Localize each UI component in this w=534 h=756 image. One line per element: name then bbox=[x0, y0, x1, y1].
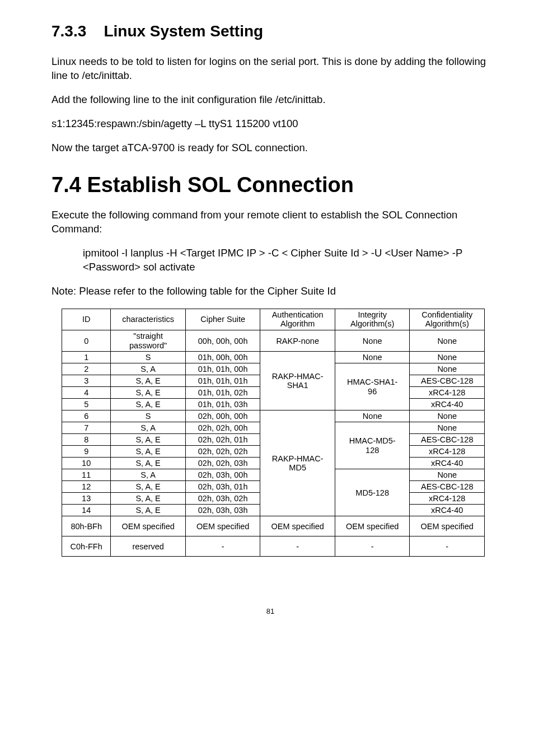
cell: None bbox=[410, 363, 485, 375]
cell: 02h, 03h, 03h bbox=[185, 505, 260, 516]
section-heading-74: 7.4 Establish SOL Connection bbox=[51, 173, 489, 197]
cell-int-hmac-md5: HMAC-MD5-128 bbox=[335, 422, 410, 469]
cell: OEM specified bbox=[335, 516, 410, 536]
cell: xRC4-128 bbox=[410, 446, 485, 458]
command-line: ipmitool -I lanplus -H <Target IPMC IP >… bbox=[51, 246, 489, 274]
cell: xRC4-40 bbox=[410, 505, 485, 516]
paragraph: Now the target aTCA-9700 is ready for SO… bbox=[51, 141, 489, 155]
cell: S bbox=[111, 410, 186, 422]
cell: S, A, E bbox=[111, 481, 186, 493]
table-header-row: ID characteristics Cipher Suite Authenti… bbox=[62, 309, 485, 330]
cell: 2 bbox=[62, 363, 111, 375]
cell: 13 bbox=[62, 493, 111, 505]
paragraph: Add the following line to the init confi… bbox=[51, 93, 489, 107]
cell: 00h, 00h, 00h bbox=[185, 330, 260, 352]
cell: AES-CBC-128 bbox=[410, 375, 485, 387]
cell: 02h, 02h, 02h bbox=[185, 446, 260, 458]
col-char: characteristics bbox=[111, 309, 186, 330]
cell-auth-rakp-md5: RAKP-HMAC-MD5 bbox=[260, 410, 335, 516]
cell: 12 bbox=[62, 481, 111, 493]
cell: S, A bbox=[111, 422, 186, 434]
table-row: 0 "straightpassword" 00h, 00h, 00h RAKP-… bbox=[62, 330, 485, 352]
note-paragraph: Note: Please refer to the following tabl… bbox=[51, 284, 489, 298]
cell: 11 bbox=[62, 469, 111, 481]
cell: OEM specified bbox=[111, 516, 186, 536]
cell: C0h-FFh bbox=[62, 536, 111, 557]
cell: OEM specified bbox=[185, 516, 260, 536]
cell: 9 bbox=[62, 446, 111, 458]
cell: OEM specified bbox=[260, 516, 335, 536]
cell: 02h, 03h, 02h bbox=[185, 493, 260, 505]
cell: S, A, E bbox=[111, 458, 186, 469]
cell: 80h-BFh bbox=[62, 516, 111, 536]
cell: 7 bbox=[62, 422, 111, 434]
cell: 02h, 03h, 01h bbox=[185, 481, 260, 493]
cell: None bbox=[335, 352, 410, 363]
cell: 10 bbox=[62, 458, 111, 469]
cell: S, A, E bbox=[111, 399, 186, 410]
cell: 02h, 02h, 00h bbox=[185, 422, 260, 434]
cell: S, A, E bbox=[111, 375, 186, 387]
col-auth: AuthenticationAlgorithm bbox=[260, 309, 335, 330]
cell: S, A, E bbox=[111, 434, 186, 446]
cell: 3 bbox=[62, 375, 111, 387]
cell: 0 bbox=[62, 330, 111, 352]
paragraph: Linux needs to be told to listen for log… bbox=[51, 55, 489, 83]
cell: "straightpassword" bbox=[111, 330, 186, 352]
section-title: Linux System Setting bbox=[104, 22, 263, 40]
cell: None bbox=[410, 330, 485, 352]
cell: S, A, E bbox=[111, 387, 186, 399]
cell: 01h, 01h, 02h bbox=[185, 387, 260, 399]
section-number: 7.3.3 bbox=[51, 22, 86, 40]
cell: 6 bbox=[62, 410, 111, 422]
cell-auth-rakp-sha1: RAKP-HMAC-SHA1 bbox=[260, 352, 335, 410]
table-row: C0h-FFh reserved - - - - bbox=[62, 536, 485, 557]
cell: 02h, 02h, 01h bbox=[185, 434, 260, 446]
cell: AES-CBC-128 bbox=[410, 434, 485, 446]
section-number: 7.4 bbox=[51, 173, 81, 197]
cell: 02h, 03h, 00h bbox=[185, 469, 260, 481]
cell: 01h, 00h, 00h bbox=[185, 352, 260, 363]
cell: xRC4-40 bbox=[410, 458, 485, 469]
section-heading-733: 7.3.3 Linux System Setting bbox=[51, 22, 489, 40]
cell: OEM specified bbox=[410, 516, 485, 536]
cell: S bbox=[111, 352, 186, 363]
cell: None bbox=[410, 352, 485, 363]
cell-int-md5-128: MD5-128 bbox=[335, 469, 410, 516]
cell: xRC4-40 bbox=[410, 399, 485, 410]
code-line: s1:12345:respawn:/sbin/agetty –L ttyS1 1… bbox=[51, 117, 489, 131]
cell: S, A bbox=[111, 469, 186, 481]
cell: - bbox=[185, 536, 260, 557]
cell: AES-CBC-128 bbox=[410, 481, 485, 493]
cell: xRC4-128 bbox=[410, 387, 485, 399]
table-row: 6 S 02h, 00h, 00h RAKP-HMAC-MD5 None Non… bbox=[62, 410, 485, 422]
cell: 02h, 00h, 00h bbox=[185, 410, 260, 422]
cell: None bbox=[410, 422, 485, 434]
cell: RAKP-none bbox=[260, 330, 335, 352]
cell: None bbox=[410, 469, 485, 481]
page-number: 81 bbox=[51, 607, 489, 615]
cell: - bbox=[260, 536, 335, 557]
table-row: 1 S 01h, 00h, 00h RAKP-HMAC-SHA1 None No… bbox=[62, 352, 485, 363]
col-cs: Cipher Suite bbox=[185, 309, 260, 330]
cell: 02h, 02h, 03h bbox=[185, 458, 260, 469]
paragraph: Execute the following command from your … bbox=[51, 208, 489, 236]
cell: 8 bbox=[62, 434, 111, 446]
cell: 01h, 01h, 03h bbox=[185, 399, 260, 410]
section-title: Establish SOL Connection bbox=[87, 173, 353, 197]
cell: 4 bbox=[62, 387, 111, 399]
cell: S, A bbox=[111, 363, 186, 375]
cell: 01h, 01h, 00h bbox=[185, 363, 260, 375]
cell: S, A, E bbox=[111, 446, 186, 458]
cell: S, A, E bbox=[111, 493, 186, 505]
cell: S, A, E bbox=[111, 505, 186, 516]
cell-int-hmac-sha1: HMAC-SHA1-96 bbox=[335, 363, 410, 410]
cell: None bbox=[410, 410, 485, 422]
col-conf: ConfidentialityAlgorithm(s) bbox=[410, 309, 485, 330]
cell: 5 bbox=[62, 399, 111, 410]
cell: 01h, 01h, 01h bbox=[185, 375, 260, 387]
cell: None bbox=[335, 410, 410, 422]
cell: None bbox=[335, 330, 410, 352]
cell: 1 bbox=[62, 352, 111, 363]
cell: xRC4-128 bbox=[410, 493, 485, 505]
